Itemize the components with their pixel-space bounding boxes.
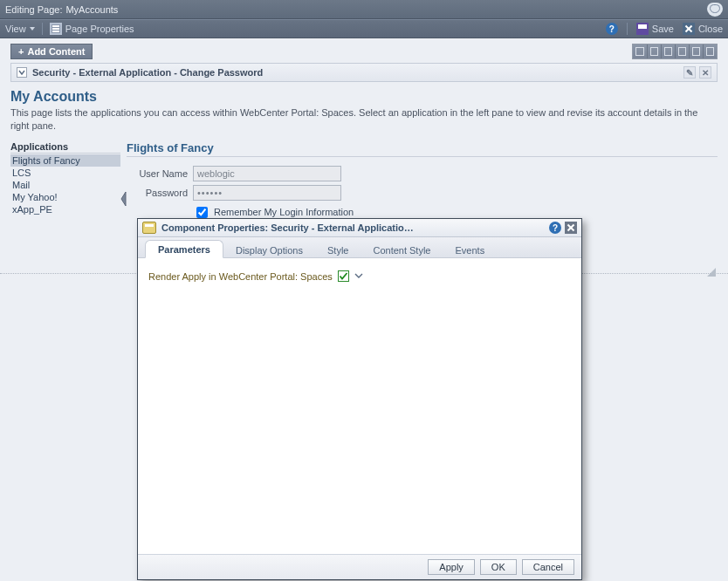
save-button[interactable]: Save [636, 23, 674, 35]
page-properties-label: Page Properties [65, 24, 134, 34]
dialog-title: Component Properties: Security - Externa… [161, 222, 414, 233]
composer-actions-bar: + Add Content [10, 44, 718, 59]
dialog-titlebar: Component Properties: Security - Externa… [138, 219, 581, 237]
applications-sidebar: Applications Flights of FancyLCSMailMy Y… [10, 141, 120, 221]
view-menu[interactable]: View [5, 24, 35, 34]
page-properties-button[interactable]: Page Properties [50, 23, 134, 35]
ok-button[interactable]: OK [480, 559, 517, 575]
chevron-down-icon [30, 27, 35, 31]
layout-option-2[interactable] [647, 44, 661, 58]
toolbar-separator [42, 23, 43, 35]
close-label: Close [698, 24, 723, 34]
param-render-apply-checkbox[interactable] [338, 270, 349, 282]
toolbar-separator [627, 23, 628, 35]
editor-titlebar: Editing Page: MyAccounts [0, 0, 728, 19]
dialog-tab[interactable]: Events [443, 242, 498, 258]
add-content-button[interactable]: + Add Content [10, 44, 93, 59]
properties-icon [50, 23, 62, 35]
dialog-tabstrip: ParametersDisplay OptionsStyleContent St… [138, 237, 581, 258]
param-render-apply-label: Render Apply in WebCenter Portal: Spaces [148, 271, 333, 282]
page-description: This page lists the applications you can… [10, 106, 718, 133]
dialog-footer: Apply OK Cancel [138, 554, 581, 579]
dialog-tab[interactable]: Parameters [145, 240, 223, 258]
cancel-button[interactable]: Cancel [522, 559, 574, 575]
page-title: My Accounts [10, 89, 718, 105]
close-button[interactable]: Close [683, 23, 723, 35]
close-icon [683, 23, 695, 35]
application-list: Flights of FancyLCSMailMy Yahoo!xApp_PE [10, 154, 120, 215]
editor-toolbar: View Page Properties ? Save Close [0, 19, 728, 38]
param-dropdown-arrow[interactable] [354, 271, 363, 282]
layout-option-5[interactable] [689, 44, 703, 58]
add-content-label: Add Content [27, 46, 85, 57]
panel-title: Security - External Application - Change… [32, 67, 263, 78]
panel-tool-remove-icon[interactable]: ✕ [699, 66, 711, 79]
password-field[interactable] [193, 185, 341, 201]
username-field[interactable] [193, 166, 341, 181]
oracle-logo-icon [707, 3, 723, 17]
sidebar-item-app[interactable]: Flights of Fancy [10, 154, 120, 167]
username-label: User Name [127, 168, 188, 179]
dialog-close-icon[interactable] [565, 222, 577, 234]
pane-splitter[interactable] [120, 141, 127, 221]
password-label: Password [127, 188, 188, 198]
dialog-body: Render Apply in WebCenter Portal: Spaces [138, 258, 581, 554]
component-properties-dialog: Component Properties: Security - Externa… [137, 218, 582, 580]
sidebar-item-app[interactable]: xApp_PE [10, 203, 120, 215]
view-menu-label: View [5, 24, 26, 34]
save-icon [636, 23, 649, 35]
panel-tool-wrench-icon[interactable]: ✎ [683, 66, 696, 79]
layout-switcher [632, 44, 718, 59]
titlebar-pagename: MyAccounts [65, 4, 118, 15]
remember-login-label: Remember My Login Information [214, 207, 354, 217]
sidebar-item-app[interactable]: Mail [10, 179, 120, 191]
apply-button[interactable]: Apply [428, 559, 475, 575]
collapse-icon[interactable] [17, 67, 27, 78]
dialog-help-icon[interactable]: ? [549, 222, 561, 234]
plus-icon: + [18, 46, 24, 57]
dialog-icon [142, 222, 156, 234]
titlebar-prefix: Editing Page: [5, 4, 62, 15]
layout-option-4[interactable] [675, 44, 689, 58]
sidebar-item-app[interactable]: LCS [10, 167, 120, 179]
remember-login-checkbox[interactable] [196, 207, 208, 218]
dialog-tab[interactable]: Style [315, 242, 361, 258]
sidebar-item-app[interactable]: My Yahoo! [10, 191, 120, 203]
help-icon[interactable]: ? [606, 23, 618, 35]
account-details-pane: Flights of Fancy User Name Password Reme… [127, 141, 718, 221]
sidebar-title: Applications [10, 141, 120, 154]
save-label: Save [652, 24, 674, 34]
resize-handle-icon[interactable] [704, 264, 716, 277]
dialog-tab[interactable]: Display Options [223, 242, 315, 258]
layout-option-1[interactable] [633, 44, 647, 58]
layout-option-6[interactable] [703, 44, 717, 58]
component-panel-header: Security - External Application - Change… [10, 63, 718, 82]
layout-option-3[interactable] [661, 44, 675, 58]
section-title: Flights of Fancy [127, 141, 718, 157]
dialog-tab[interactable]: Content Style [361, 242, 443, 258]
